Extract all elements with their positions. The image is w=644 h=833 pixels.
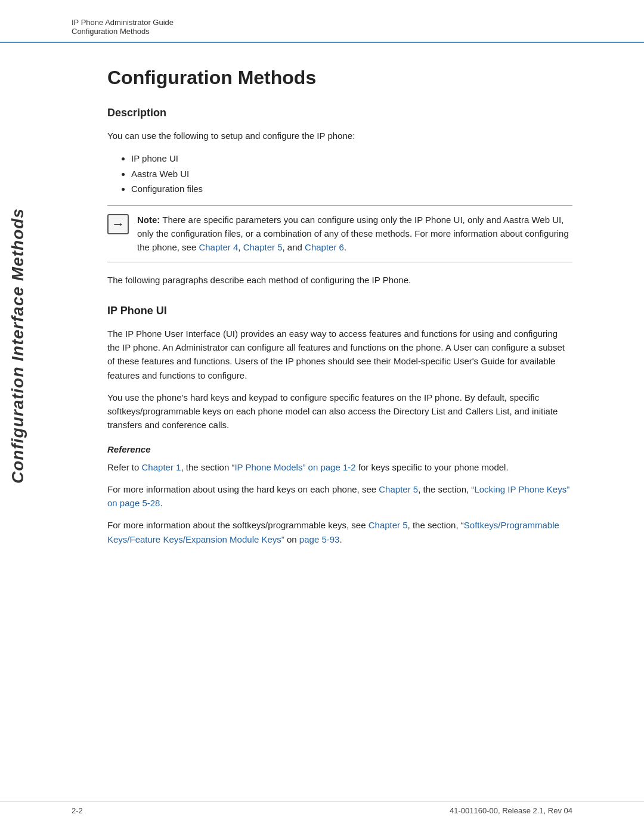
header-section-title: Configuration Methods: [72, 27, 572, 36]
main-content: Configuration Methods Description You ca…: [36, 43, 644, 578]
ip-phone-ui-heading: IP Phone UI: [107, 305, 572, 317]
ref1-after: for keys specific to your phone model.: [356, 462, 509, 472]
note-link-chapter4[interactable]: Chapter 4: [199, 242, 238, 252]
page-footer: 2-2 41-001160-00, Release 2.1, Rev 04: [0, 801, 644, 815]
ref3-middle2: on: [284, 534, 299, 544]
list-item: IP phone UI: [131, 151, 572, 166]
guide-title: IP Phone Administrator Guide: [72, 18, 572, 27]
ref1-ip-phone-models-link[interactable]: IP Phone Models” on: [234, 462, 320, 472]
ref3-after: .: [339, 534, 342, 544]
note-arrow-icon: →: [107, 214, 129, 234]
reference-heading: Reference: [107, 444, 572, 454]
footer-release-info: 41-001160-00, Release 2.1, Rev 04: [450, 806, 572, 815]
ref1-chapter1-link[interactable]: Chapter 1: [142, 462, 181, 472]
note-text: Note: There are specific parameters you …: [137, 213, 572, 255]
ref2-before: For more information about using the har…: [107, 484, 379, 494]
reference-para1: Refer to Chapter 1, the section “IP Phon…: [107, 460, 572, 474]
ip-phone-ui-para1: The IP Phone User Interface (UI) provide…: [107, 327, 572, 382]
note-box: → Note: There are specific parameters yo…: [107, 205, 572, 262]
sidebar-text: Configuration Interface Methods: [8, 208, 27, 484]
footer-page-number: 2-2: [72, 806, 83, 815]
note-label: Note:: [137, 215, 160, 225]
description-intro: You can use the following to setup and c…: [107, 129, 572, 143]
ref2-middle: , the section, “: [418, 484, 474, 494]
page-container: IP Phone Administrator Guide Configurati…: [0, 0, 644, 833]
list-item: Configuration files: [131, 181, 572, 197]
following-paragraph: The following paragraphs describe each m…: [107, 273, 572, 287]
note-link-chapter5[interactable]: Chapter 5: [243, 242, 283, 252]
sidebar-label: Configuration Interface Methods: [0, 78, 36, 614]
ref1-before: Refer to: [107, 462, 142, 472]
reference-para2: For more information about using the har…: [107, 482, 572, 510]
reference-para3: For more information about the softkeys/…: [107, 518, 572, 546]
page-title: Configuration Methods: [107, 67, 572, 89]
ref2-after: .: [160, 498, 162, 508]
ref2-page-link[interactable]: page 5-28: [120, 498, 160, 508]
ref2-chapter5-link[interactable]: Chapter 5: [379, 484, 418, 494]
ref3-before: For more information about the softkeys/…: [107, 520, 369, 530]
list-item: Aastra Web UI: [131, 166, 572, 182]
bullet-list: IP phone UI Aastra Web UI Configuration …: [131, 151, 572, 197]
ip-phone-ui-para2: You use the phone's hard keys and keypad…: [107, 391, 572, 432]
note-link-chapter6[interactable]: Chapter 6: [305, 242, 344, 252]
ref3-middle: , the section, “: [408, 520, 464, 530]
page-header: IP Phone Administrator Guide Configurati…: [0, 0, 644, 43]
ref3-page-link[interactable]: page 5-93: [299, 534, 340, 544]
ref3-chapter5-link[interactable]: Chapter 5: [369, 520, 408, 530]
description-heading: Description: [107, 107, 572, 119]
ref1-middle: , the section “: [181, 462, 234, 472]
ref1-page-link[interactable]: page 1-2: [320, 462, 355, 472]
